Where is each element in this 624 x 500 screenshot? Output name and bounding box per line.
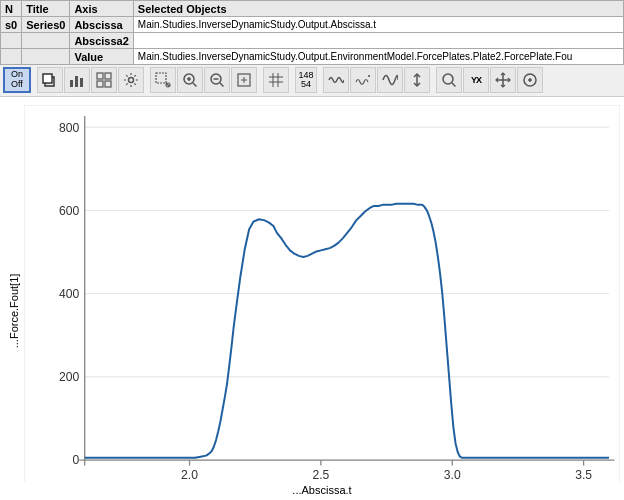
series-n-0: s0 (1, 17, 22, 33)
copy-icon (42, 72, 58, 88)
info-table: N Title Axis Selected Objects s0 Series0… (0, 0, 624, 65)
x-axis-label: ...Abscissa.t (24, 482, 620, 496)
svg-text:0: 0 (72, 453, 79, 467)
zoom-area-btn[interactable] (436, 67, 462, 93)
chart-inner: 800 600 400 200 0 2.0 (24, 105, 620, 496)
svg-text:2.0: 2.0 (181, 468, 198, 482)
svg-rect-3 (75, 76, 78, 87)
zoom-out-btn[interactable] (204, 67, 230, 93)
svg-text:200: 200 (59, 370, 79, 384)
extra-icon (522, 72, 538, 88)
chart-svg: 800 600 400 200 0 2.0 (24, 105, 620, 482)
series-value-1 (133, 33, 623, 49)
extra-btn[interactable] (517, 67, 543, 93)
svg-point-9 (129, 78, 134, 83)
arrow-up-down-icon (409, 72, 425, 88)
col-selected-header: Selected Objects (133, 1, 623, 17)
series-axis-0: Abscissa (70, 17, 133, 33)
col-n-header: N (1, 1, 22, 17)
move-btn[interactable] (490, 67, 516, 93)
settings-icon (123, 72, 139, 88)
zoom-in-btn[interactable] (177, 67, 203, 93)
zoom-in-icon (182, 72, 198, 88)
svg-rect-7 (97, 81, 103, 87)
toolbar: OnOff 148 (0, 65, 624, 97)
svg-rect-10 (156, 73, 166, 83)
series-n-1 (1, 33, 22, 49)
svg-rect-1 (43, 74, 52, 83)
chart-icon (69, 72, 85, 88)
chart-canvas[interactable]: 800 600 400 200 0 2.0 (24, 105, 620, 482)
settings-btn[interactable] (118, 67, 144, 93)
arrow-up-down-btn[interactable] (404, 67, 430, 93)
series-title-2 (22, 49, 70, 65)
svg-text:800: 800 (59, 120, 79, 134)
chart-type-btn[interactable] (64, 67, 90, 93)
svg-line-18 (220, 83, 224, 87)
on-off-toggle[interactable]: OnOff (3, 67, 31, 93)
wave-btn[interactable] (323, 67, 349, 93)
number-display: 148 54 (295, 67, 317, 93)
row-1: Abscissa2 (1, 33, 624, 49)
svg-rect-8 (105, 81, 111, 87)
main-container: N Title Axis Selected Objects s0 Series0… (0, 0, 624, 500)
zoom-fit-icon (236, 72, 252, 88)
zoom-fit-btn[interactable] (231, 67, 257, 93)
series-value-0: Main.Studies.InverseDynamicStudy.Output.… (133, 17, 623, 33)
add-wave-icon (355, 72, 371, 88)
series-axis-1: Abscissa2 (70, 33, 133, 49)
series-n-2 (1, 49, 22, 65)
svg-point-28 (443, 74, 453, 84)
wave-icon (328, 72, 344, 88)
header-row: N Title Axis Selected Objects (1, 1, 624, 17)
zoom-out-icon (209, 72, 225, 88)
grid-toggle-icon (268, 72, 284, 88)
col-title-header: Title (22, 1, 70, 17)
sine-icon (382, 72, 398, 88)
grid-settings-icon (96, 72, 112, 88)
svg-rect-6 (105, 73, 111, 79)
move-icon (495, 72, 511, 88)
zoom-area-icon (441, 72, 457, 88)
grid-toggle-btn[interactable] (263, 67, 289, 93)
svg-rect-2 (70, 80, 73, 87)
svg-rect-5 (97, 73, 103, 79)
svg-text:3.0: 3.0 (444, 468, 461, 482)
svg-line-14 (193, 83, 197, 87)
y-axis-label: ...Force.Fout[1] (4, 105, 24, 496)
zoom-rect-btn[interactable] (150, 67, 176, 93)
sine-btn[interactable] (377, 67, 403, 93)
grid-settings-btn[interactable] (91, 67, 117, 93)
svg-text:400: 400 (59, 287, 79, 301)
series-axis-2: Value (70, 49, 133, 65)
svg-text:2.5: 2.5 (312, 468, 329, 482)
zoom-rect-icon (155, 72, 171, 88)
series-value-2: Main.Studies.InverseDynamicStudy.Output.… (133, 49, 623, 65)
row-2: Value Main.Studies.InverseDynamicStudy.O… (1, 49, 624, 65)
svg-text:600: 600 (59, 204, 79, 218)
chart-with-yaxis: ...Force.Fout[1] (4, 105, 620, 496)
col-axis-header: Axis (70, 1, 133, 17)
chart-area: ...Force.Fout[1] (0, 97, 624, 500)
svg-rect-4 (80, 78, 83, 87)
series-title-1 (22, 33, 70, 49)
yx-cursor-btn[interactable]: YX (463, 67, 489, 93)
series-title-0: Series0 (22, 17, 70, 33)
row-0: s0 Series0 Abscissa Main.Studies.Inverse… (1, 17, 624, 33)
svg-line-29 (452, 83, 456, 87)
svg-text:3.5: 3.5 (575, 468, 592, 482)
add-wave-btn[interactable] (350, 67, 376, 93)
copy-btn[interactable] (37, 67, 63, 93)
